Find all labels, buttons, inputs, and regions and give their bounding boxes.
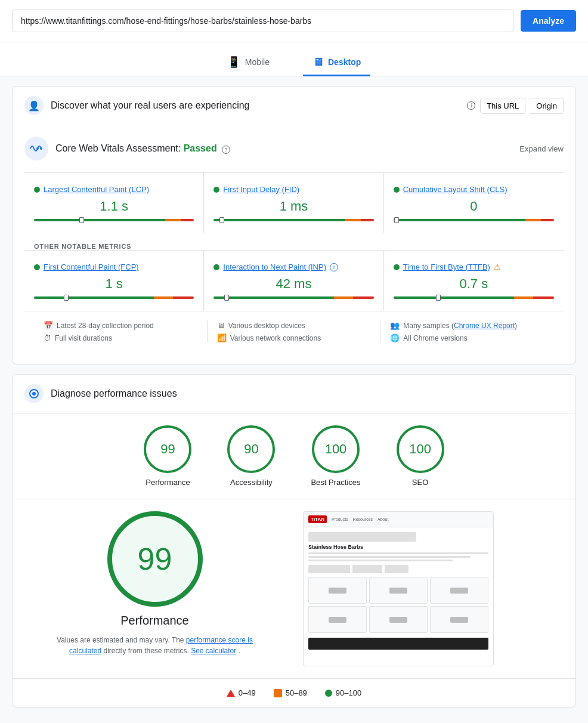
cwv-title: Core Web Vitals Assessment: Passed ?	[55, 143, 230, 154]
screenshot-preview: TITAN Products Resources About Stainless…	[303, 511, 494, 666]
real-users-title: Discover what your real users are experi…	[51, 100, 249, 111]
info-row: 📅 Latest 28-day collection period ⏱ Full…	[24, 311, 564, 352]
desktop-icon: 🖥	[312, 56, 323, 69]
chrome-icon: 🌐	[390, 333, 400, 342]
mock-products	[308, 577, 488, 633]
network-icon: 📶	[217, 333, 227, 342]
legend-fail-range: 0–49	[239, 688, 256, 697]
chrome-ux-link[interactable]: Chrome UX Report	[454, 322, 515, 330]
info-28day-text: Latest 28-day collection period	[57, 322, 154, 330]
ttfb-warning-icon: ⚠	[494, 262, 501, 271]
info-chrome-text: All Chrome versions	[403, 334, 467, 342]
mock-product-2	[369, 577, 428, 604]
legend-average-range: 50–89	[286, 688, 307, 697]
metric-ttfb-dot	[394, 264, 400, 270]
metric-inp-bar	[213, 296, 373, 299]
metric-cls-bar	[394, 219, 554, 221]
cwv-section: Core Web Vitals Assessment: Passed ? Exp…	[13, 125, 575, 364]
analyze-button[interactable]: Analyze	[521, 10, 576, 32]
metric-fid-bar	[213, 219, 373, 221]
metric-ttfb: Time to First Byte (TTFB) ⚠ 0.7 s	[384, 251, 564, 311]
mock-nav: Products Resources About	[332, 517, 388, 521]
score-accessibility: 90 Accessibility	[227, 425, 275, 487]
mock-page-title: Stainless Hose Barbs	[308, 544, 488, 550]
info-item-left: 📅 Latest 28-day collection period ⏱ Full…	[34, 321, 208, 342]
score-seo: 100 SEO	[397, 425, 444, 487]
tab-mobile[interactable]: 📱 Mobile	[218, 50, 279, 76]
metric-ttfb-bar	[394, 296, 554, 299]
tab-desktop[interactable]: 🖥 Desktop	[303, 50, 370, 76]
info-samples: 👥 Many samples (Chrome UX Report)	[390, 321, 544, 330]
metric-fid-name[interactable]: First Input Delay (FID)	[223, 185, 299, 194]
metric-fcp-name[interactable]: First Contentful Paint (FCP)	[44, 262, 139, 271]
metric-inp: Interaction to Next Paint (INP) i 42 ms	[204, 251, 383, 311]
tab-bar: 📱 Mobile 🖥 Desktop	[0, 42, 588, 76]
cwv-info-icon[interactable]: ?	[222, 146, 230, 154]
users-icon: 👥	[390, 321, 400, 330]
diagnose-header: Diagnose performance issues	[13, 375, 575, 413]
svg-point-1	[36, 147, 39, 150]
url-input[interactable]	[12, 10, 513, 32]
metric-fid-dot	[213, 187, 219, 193]
other-metrics-label: OTHER NOTABLE METRICS	[24, 233, 564, 250]
metric-lcp-label: Largest Contentful Paint (LCP)	[34, 185, 194, 194]
real-users-card: 👤 Discover what your real users are expe…	[12, 86, 576, 364]
mock-product-5	[369, 606, 428, 633]
info-icon[interactable]: i	[467, 101, 475, 110]
cwv-status: Passed	[184, 143, 217, 153]
metric-ttfb-name[interactable]: Time to First Byte (TTFB)	[403, 262, 490, 271]
legend-fail-icon	[227, 690, 235, 697]
legend-pass: 90–100	[325, 688, 361, 697]
metric-fid-value: 1 ms	[213, 199, 373, 214]
metric-fid: First Input Delay (FID) 1 ms	[204, 173, 383, 233]
legend-pass-icon	[325, 690, 332, 697]
svg-point-0	[40, 147, 42, 150]
metric-lcp-value: 1.1 s	[34, 199, 194, 214]
expand-view-link[interactable]: Expand view	[519, 144, 564, 153]
mock-product-3	[430, 577, 488, 604]
metric-fcp-label: First Contentful Paint (FCP)	[34, 262, 194, 271]
legend-average-icon	[274, 689, 282, 697]
info-fullvisit-text: Full visit durations	[55, 334, 112, 342]
metric-lcp-dot	[34, 187, 40, 193]
real-users-controls: i This URL Origin	[467, 98, 564, 114]
real-users-header: 👤 Discover what your real users are expe…	[13, 86, 575, 125]
main-content: 👤 Discover what your real users are expe…	[0, 76, 588, 723]
metric-fcp-dot	[34, 264, 40, 270]
mock-product-1	[308, 577, 367, 604]
metric-ttfb-value: 0.7 s	[394, 276, 554, 292]
info-network: 📶 Various network connections	[217, 333, 371, 342]
perf-left: 99 Performance Values are estimated and …	[24, 511, 285, 656]
score-performance: 99 Performance	[144, 425, 191, 487]
legend-pass-range: 90–100	[336, 688, 361, 697]
performance-detail: 99 Performance Values are estimated and …	[13, 499, 575, 678]
url-bar-section: Analyze	[0, 0, 588, 42]
metric-lcp-name[interactable]: Largest Contentful Paint (LCP)	[44, 185, 149, 194]
cwv-icon	[24, 137, 48, 160]
metric-fcp-value: 1 s	[34, 276, 194, 292]
info-fullvisit: ⏱ Full visit durations	[44, 333, 197, 342]
origin-button[interactable]: Origin	[530, 98, 564, 114]
score-seo-label: SEO	[412, 478, 428, 487]
diagnose-card: Diagnose performance issues 99 Performan…	[12, 374, 576, 707]
info-item-middle: 🖥 Various desktop devices 📶 Various netw…	[208, 321, 381, 342]
inp-info-icon[interactable]: i	[330, 263, 338, 271]
perf-note-plain: Values are estimated and may vary. The	[57, 636, 186, 644]
metric-lcp-bar	[34, 219, 194, 221]
see-calculator-link[interactable]: See calculator	[191, 647, 236, 655]
cwv-metrics-grid: Largest Contentful Paint (LCP) 1.1 s	[24, 172, 564, 233]
metric-inp-name[interactable]: Interaction to Next Paint (INP)	[223, 262, 326, 271]
info-samples-text: Many samples (Chrome UX Report)	[403, 322, 517, 330]
metric-cls-name[interactable]: Cumulative Layout Shift (CLS)	[403, 185, 507, 194]
metric-ttfb-label: Time to First Byte (TTFB) ⚠	[394, 262, 554, 271]
mock-product-4	[308, 606, 367, 633]
this-url-button[interactable]: This URL	[480, 98, 525, 114]
score-bestpractices: 100 Best Practices	[311, 425, 360, 487]
mock-product-6	[430, 606, 488, 633]
metric-fcp-bar	[34, 296, 194, 299]
perf-note-middle: directly from these metrics.	[103, 647, 191, 655]
scores-grid: 99 Performance 90 Accessibility 100 Best…	[13, 413, 575, 499]
tab-mobile-label: Mobile	[245, 57, 270, 67]
devices-icon: 🖥	[217, 321, 225, 330]
perf-right: TITAN Products Resources About Stainless…	[303, 511, 564, 666]
